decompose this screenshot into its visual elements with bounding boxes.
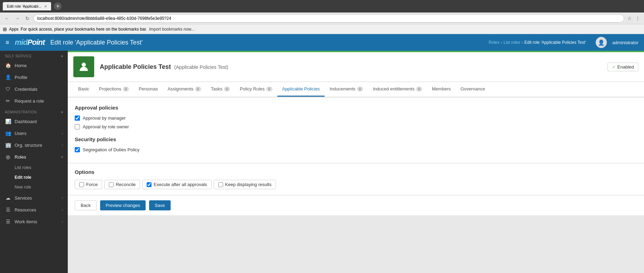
work-items-icon: ☰ — [5, 219, 11, 224]
policy-rules-badge: 0 — [266, 87, 272, 91]
sidebar-item-request-role-label: Request a role — [15, 98, 63, 104]
reload-button[interactable]: ↻ — [24, 15, 31, 22]
sidebar-item-services[interactable]: ☁ Services ‹ — [0, 192, 68, 204]
reconcile-checkbox[interactable] — [109, 182, 114, 187]
execute-after-approvals-option[interactable]: Execute after all approvals — [142, 180, 211, 189]
breadcrumb-sep-1: › — [501, 40, 502, 45]
keep-displaying-option[interactable]: Keep displaying results — [214, 180, 276, 189]
force-checkbox[interactable] — [79, 182, 84, 187]
sidebar-sub-edit-role[interactable]: Edit role — [0, 172, 68, 182]
sidebar-item-request-role[interactable]: ✏ Request a role — [0, 95, 68, 107]
approval-by-role-owner-checkbox[interactable] — [75, 124, 80, 129]
segregation-duties-checkbox[interactable] — [75, 147, 80, 152]
role-icon — [73, 56, 94, 77]
browser-menu-icon[interactable]: ⋮ — [634, 15, 641, 22]
bookmarks-text: For quick access, place your bookmarks h… — [21, 27, 147, 32]
sidebar-item-roles[interactable]: ◎ Roles ▾ — [0, 151, 68, 163]
tab-tasks[interactable]: Tasks 0 — [206, 82, 235, 97]
sidebar-item-dashboard[interactable]: 📊 Dashboard — [0, 115, 68, 127]
reconcile-label: Reconcile — [116, 182, 136, 187]
sidebar-item-profile[interactable]: 👤 Profile — [0, 71, 68, 83]
sidebar-item-users[interactable]: 👥 Users ‹ — [0, 127, 68, 139]
tab-applicable-policies[interactable]: Applicable Policies — [277, 82, 325, 97]
page-title: Edit role 'Applicable Policies Test' — [50, 39, 483, 46]
segregation-duties-row: Segregation of Duties Policy — [75, 147, 637, 152]
forward-button[interactable]: → — [13, 15, 22, 22]
profile-icon: 👤 — [5, 74, 11, 80]
role-status: ✓ Enabled — [608, 63, 638, 71]
services-icon: ☁ — [5, 195, 11, 201]
new-tab-button[interactable]: + — [54, 2, 62, 10]
tab-assignments[interactable]: Assignments 0 — [163, 82, 206, 97]
roles-arrow-icon: ▾ — [61, 155, 63, 159]
approval-by-manager-row: Approval by manager — [75, 115, 637, 121]
options-row: Force Reconcile Execute after all approv… — [75, 180, 637, 189]
logo: midPoint — [15, 38, 45, 47]
induced-entitlements-badge: 0 — [416, 87, 422, 91]
role-header: Applicable Policies Test (Applicable Pol… — [68, 51, 644, 81]
sidebar-sub-new-role[interactable]: New role — [0, 182, 68, 192]
breadcrumb-current: Edit role 'Applicable Policies Test' — [524, 40, 586, 45]
enabled-badge: ✓ Enabled — [608, 63, 638, 71]
security-policies-title: Security policies — [75, 136, 637, 142]
address-bar[interactable] — [33, 14, 624, 23]
options-section: Options Force Reconcile Execute after — [68, 163, 644, 195]
avatar[interactable]: 👤 — [596, 37, 607, 48]
sidebar-item-home-label: Home — [15, 63, 63, 68]
sidebar-item-users-label: Users — [15, 131, 58, 136]
breadcrumb-sep-2: › — [522, 40, 523, 45]
options-title: Options — [75, 169, 637, 175]
actions-section: Back Preview changes Save — [68, 195, 644, 215]
hamburger-icon[interactable]: ≡ — [6, 39, 9, 46]
approval-by-manager-checkbox[interactable] — [75, 115, 80, 121]
sidebar-item-work-items-label: Work items — [15, 219, 58, 224]
svg-point-0 — [82, 63, 86, 67]
force-option[interactable]: Force — [75, 180, 102, 189]
preview-changes-button[interactable]: Preview changes — [100, 200, 146, 210]
dashboard-icon: 📊 — [5, 119, 11, 124]
execute-after-approvals-checkbox[interactable] — [147, 182, 152, 187]
sidebar-item-credentials-label: Credentials — [15, 87, 63, 92]
tab-personas[interactable]: Personas — [134, 82, 163, 97]
sidebar-sub-list-roles[interactable]: List roles — [0, 163, 68, 172]
tab-policy-rules[interactable]: Policy Rules 0 — [235, 82, 277, 97]
back-button[interactable]: Back — [75, 200, 97, 210]
bookmark-star-icon[interactable]: ☆ — [626, 15, 633, 22]
sidebar: SELF SERVICE ▾ 🏠 Home 👤 Profile 🛡 Creden… — [0, 51, 68, 273]
approval-policies-title: Approval policies — [75, 105, 637, 111]
breadcrumb-list-roles[interactable]: List roles — [504, 40, 520, 45]
tab-basic[interactable]: Basic — [73, 82, 94, 97]
back-button[interactable]: ← — [3, 15, 11, 22]
org-arrow-icon: ‹ — [62, 143, 63, 147]
approval-by-role-owner-row: Approval by role owner — [75, 124, 637, 129]
sidebar-item-credentials[interactable]: 🛡 Credentials — [0, 83, 68, 95]
administration-section: ADMINISTRATION ▾ — [0, 107, 68, 115]
apps-icon[interactable]: ⊞ — [3, 26, 7, 32]
keep-displaying-checkbox[interactable] — [218, 182, 223, 187]
sidebar-item-profile-label: Profile — [15, 75, 63, 80]
tab-inducements[interactable]: Inducements 0 — [325, 82, 368, 97]
save-button[interactable]: Save — [149, 200, 171, 210]
assignments-badge: 0 — [195, 87, 201, 91]
sidebar-item-resources[interactable]: ☰ Resources ‹ — [0, 204, 68, 216]
main-content: Applicable Policies Test (Applicable Pol… — [68, 51, 644, 273]
segregation-duties-label: Segregation of Duties Policy — [83, 147, 139, 152]
tab-members[interactable]: Members — [427, 82, 456, 97]
tab-close-icon[interactable]: ✕ — [44, 5, 47, 8]
tab-projections[interactable]: Projections 0 — [94, 82, 134, 97]
breadcrumb-roles[interactable]: Roles — [489, 40, 499, 45]
tab-governance[interactable]: Governance — [456, 82, 490, 97]
reconcile-option[interactable]: Reconcile — [104, 180, 140, 189]
sidebar-item-org-label: Org. structure — [15, 143, 58, 148]
sidebar-item-org-structure[interactable]: 🏢 Org. structure ‹ — [0, 139, 68, 151]
administration-toggle[interactable]: ▾ — [61, 110, 63, 114]
policy-content: Approval policies Approval by manager Ap… — [68, 98, 644, 163]
self-service-toggle[interactable]: ▾ — [61, 54, 63, 58]
inducements-badge: 0 — [357, 87, 363, 91]
import-bookmarks-link[interactable]: Import bookmarks now... — [149, 27, 195, 32]
user-name: administrator — [612, 40, 638, 45]
sidebar-item-work-items[interactable]: ☰ Work items ‹ — [0, 216, 68, 227]
tab-induced-entitlements[interactable]: Induced entitlements 0 — [368, 82, 427, 97]
sidebar-item-home[interactable]: 🏠 Home — [0, 59, 68, 71]
tabs-container: Basic Projections 0 Personas Assignments… — [68, 82, 644, 97]
